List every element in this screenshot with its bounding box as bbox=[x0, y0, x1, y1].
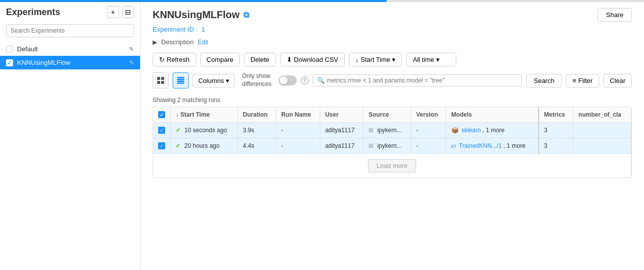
row2-version: - bbox=[411, 138, 446, 154]
row1-source: ⊞ ipykern... bbox=[363, 123, 411, 138]
row2-start-time[interactable]: ✔ 20 hours ago bbox=[171, 138, 238, 154]
runs-table: ✓ ↓ Start Time Duration Run Name User bbox=[153, 107, 631, 177]
row1-checkbox[interactable]: ✓ bbox=[158, 127, 165, 134]
row2-model-link[interactable]: TrainedKNN.../1 bbox=[459, 142, 502, 149]
row1-start-time[interactable]: ✔ 10 seconds ago bbox=[171, 123, 238, 138]
default-checkbox[interactable] bbox=[6, 46, 13, 53]
only-show-differences-label: Only show differences bbox=[242, 72, 271, 88]
col-header-user[interactable]: User bbox=[320, 107, 363, 123]
download-icon: ⬇ bbox=[287, 56, 292, 63]
description-edit-link[interactable]: Edit bbox=[198, 39, 208, 46]
experiment-id-value: 1 bbox=[201, 26, 205, 33]
col-header-start-time[interactable]: ↓ Start Time bbox=[171, 107, 238, 123]
help-icon[interactable]: ? bbox=[301, 76, 309, 84]
view-filter-row: Columns ▾ Only show differences ? 🔍 Sear… bbox=[153, 72, 632, 88]
col-header-version[interactable]: Version bbox=[411, 107, 446, 123]
share-button[interactable]: Share bbox=[597, 8, 632, 22]
row2-checkbox-cell[interactable]: ✓ bbox=[153, 138, 171, 154]
description-chevron-icon: ▶ bbox=[153, 39, 157, 46]
columns-chevron-icon: ▾ bbox=[226, 77, 229, 84]
row1-number-of-cla: 3 bbox=[539, 123, 573, 138]
knnusingmlflow-checkbox[interactable]: ✓ bbox=[6, 59, 13, 66]
main-content: KNNUsingMLFlow ⧉ Share Experiment ID : 1… bbox=[141, 0, 644, 270]
row2-checkbox[interactable]: ✓ bbox=[158, 142, 165, 149]
row1-checkbox-cell[interactable]: ✓ bbox=[153, 123, 171, 138]
row1-status-icon: ✔ bbox=[176, 127, 181, 134]
add-experiment-button[interactable]: + bbox=[107, 6, 119, 18]
row1-run-name: - bbox=[276, 123, 320, 138]
sidebar-item-default[interactable]: Default ✎ bbox=[0, 42, 140, 56]
col-header-checkbox: ✓ bbox=[153, 107, 171, 123]
filter-search-input[interactable] bbox=[327, 77, 518, 84]
load-more-cell: Load more bbox=[153, 154, 631, 178]
col-header-metrics: Metrics bbox=[539, 107, 573, 123]
col-header-models[interactable]: Models bbox=[446, 107, 538, 123]
table-row: ✓ ✔ 20 hours ago 4.4s - aditya1117 ⊞ ipy… bbox=[153, 138, 631, 154]
description-row[interactable]: ▶ Description Edit bbox=[153, 38, 632, 46]
edit-knn-icon[interactable]: ✎ bbox=[129, 59, 134, 66]
table-view-button[interactable] bbox=[173, 72, 189, 88]
svg-rect-5 bbox=[177, 79, 184, 80]
description-label: Description bbox=[161, 38, 194, 46]
compare-button[interactable]: Compare bbox=[200, 53, 240, 66]
start-time-dropdown[interactable]: ↓ Start Time ▾ bbox=[349, 53, 403, 66]
experiment-title-group: KNNUsingMLFlow ⧉ bbox=[153, 9, 249, 21]
filter-button[interactable]: ≡ Filter bbox=[566, 74, 599, 87]
select-all-checkbox[interactable]: ✓ bbox=[158, 111, 165, 118]
toggle-knob bbox=[280, 76, 288, 84]
sort-icon: ↓ bbox=[355, 56, 359, 63]
download-csv-label: Download CSV bbox=[294, 56, 338, 63]
col-header-source[interactable]: Source bbox=[363, 107, 411, 123]
clear-button[interactable]: Clear bbox=[603, 74, 632, 87]
experiment-id-row: Experiment ID : 1 bbox=[153, 26, 632, 33]
sidebar-item-label-default: Default bbox=[17, 45, 125, 53]
sidebar-item-knnusingmlflow[interactable]: ✓ KNNUsingMLFlow ✎ bbox=[0, 56, 140, 69]
download-csv-button[interactable]: ⬇ Download CSV bbox=[280, 53, 345, 66]
delete-label: Delete bbox=[250, 56, 270, 63]
delete-button[interactable]: Delete bbox=[244, 53, 276, 66]
col-header-run-name[interactable]: Run Name bbox=[276, 107, 320, 123]
experiment-title-text: KNNUsingMLFlow bbox=[153, 9, 239, 21]
svg-rect-0 bbox=[157, 77, 160, 80]
row1-user: aditya1117 bbox=[320, 123, 363, 138]
row2-status-icon: ✔ bbox=[176, 142, 181, 149]
all-time-dropdown[interactable]: All time ▾ bbox=[406, 53, 456, 66]
sidebar-header: Experiments + ⊟ bbox=[0, 6, 140, 24]
row2-source: ⊞ ipykern... bbox=[363, 138, 411, 154]
svg-rect-4 bbox=[177, 77, 184, 78]
svg-rect-6 bbox=[177, 81, 184, 82]
collapse-sidebar-button[interactable]: ⊟ bbox=[122, 6, 134, 18]
columns-dropdown[interactable]: Columns ▾ bbox=[193, 74, 235, 87]
refresh-icon: ↻ bbox=[159, 56, 165, 63]
main-header: KNNUsingMLFlow ⧉ Share bbox=[153, 8, 632, 22]
search-magnifier-icon: 🔍 bbox=[317, 77, 325, 84]
refresh-label: Refresh bbox=[167, 56, 190, 63]
toolbar: ↻ Refresh Compare Delete ⬇ Download CSV … bbox=[153, 53, 632, 66]
row1-duration: 3.9s bbox=[237, 123, 276, 138]
compare-label: Compare bbox=[207, 56, 233, 63]
row1-models: 📦 sklearn , 1 more bbox=[446, 123, 538, 138]
load-more-button[interactable]: Load more bbox=[368, 159, 416, 172]
svg-rect-1 bbox=[161, 77, 164, 80]
all-time-label: All time bbox=[413, 56, 434, 63]
matching-runs-text: Showing 2 matching runs bbox=[153, 97, 632, 104]
start-time-label: Start Time bbox=[360, 56, 390, 63]
search-experiments-input[interactable] bbox=[6, 24, 134, 37]
col-header-duration[interactable]: Duration bbox=[237, 107, 276, 123]
row1-model-link[interactable]: sklearn bbox=[461, 127, 481, 134]
show-differences-toggle[interactable] bbox=[279, 75, 297, 85]
row2-model-icon: 🏷 bbox=[451, 143, 456, 149]
sidebar-icon-group: + ⊟ bbox=[107, 6, 134, 18]
svg-rect-7 bbox=[177, 83, 184, 84]
col-header-number-of-cla[interactable]: number_of_cla bbox=[573, 107, 631, 123]
grid-view-button[interactable] bbox=[153, 72, 169, 88]
search-button[interactable]: Search bbox=[526, 74, 562, 87]
edit-default-icon[interactable]: ✎ bbox=[129, 46, 134, 53]
load-more-row: Load more bbox=[153, 154, 631, 178]
runs-table-wrap: ✓ ↓ Start Time Duration Run Name User bbox=[153, 107, 632, 178]
refresh-button[interactable]: ↻ Refresh bbox=[153, 53, 196, 66]
row1-version: - bbox=[411, 123, 446, 138]
copy-title-icon[interactable]: ⧉ bbox=[243, 11, 249, 20]
table-row: ✓ ✔ 10 seconds ago 3.9s - aditya1117 ⊞ i… bbox=[153, 123, 631, 138]
row1-extra bbox=[573, 123, 631, 138]
